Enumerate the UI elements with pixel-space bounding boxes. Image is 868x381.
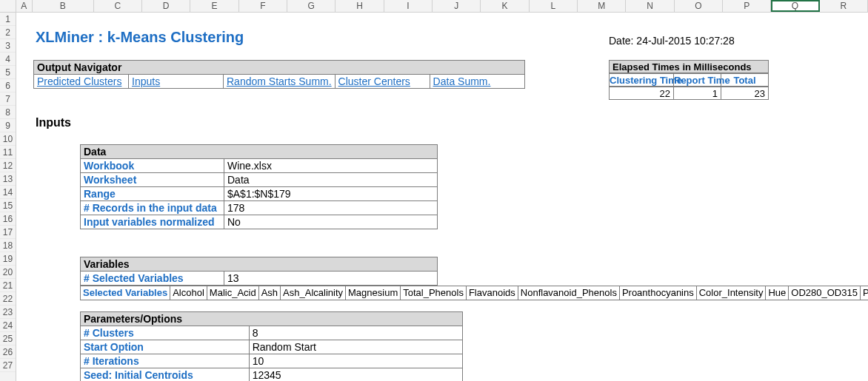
var-od280: OD280_OD315 [789,286,861,300]
row-header-5[interactable]: 5 [0,66,16,79]
nav-link-cluster-centers[interactable]: Cluster Centers [338,75,410,87]
parameters-table: Parameters/Options # Clusters8 Start Opt… [80,311,463,381]
row-header-8[interactable]: 8 [0,106,16,119]
column-header-B[interactable]: B [33,0,94,12]
corner-cell [0,0,16,12]
param-label-iterations: # Iterations [84,355,139,367]
var-nonflavanoid: Nonflavanoid_Phenols [518,286,619,300]
column-header-M[interactable]: M [578,0,626,12]
column-header-E[interactable]: E [190,0,238,12]
column-header-G[interactable]: G [287,0,335,12]
column-header-R[interactable]: R [820,0,868,12]
nav-link-random-starts[interactable]: Random Starts Summ. [227,75,332,87]
selected-variables-label: Selected Variables [83,287,167,298]
column-header-O[interactable]: O [675,0,723,12]
sheet-grid[interactable]: XLMiner : k-Means Clustering Date: 24-Ju… [16,13,868,381]
row-header-25[interactable]: 25 [0,332,16,345]
column-header-Q[interactable]: Q [771,0,819,12]
nav-link-data-summ[interactable]: Data Summ. [433,75,491,87]
elapsed-col-clustering: Clustering Time [609,73,674,87]
var-proline: Proline [860,286,868,300]
column-header-L[interactable]: L [530,0,578,12]
row-header-16[interactable]: 16 [0,212,16,226]
elapsed-header: Elapsed Times in Milliseconds [609,60,769,73]
page-title: XLMiner : k-Means Clustering [36,29,244,46]
row-header-10[interactable]: 10 [0,132,16,146]
elapsed-val-report: 1 [674,87,721,100]
data-value-range: $A$1:$N$179 [224,187,438,201]
row-header-19[interactable]: 19 [0,252,16,266]
row-header-11[interactable]: 11 [0,146,16,159]
date-text: Date: 24-Jul-2015 10:27:28 [609,35,735,47]
data-table-header: Data [81,145,438,159]
column-header-N[interactable]: N [626,0,674,12]
column-header-A[interactable]: A [16,0,33,12]
column-header-H[interactable]: H [335,0,384,12]
row-header-1[interactable]: 1 [0,13,16,26]
variables-label-selected-count: # Selected Variables [84,272,184,284]
var-color-intensity: Color_Intensity [696,286,766,300]
data-label-normalized: Input variables normalized [84,216,215,228]
param-label-clusters: # Clusters [84,327,134,339]
column-header-P[interactable]: P [723,0,771,12]
nav-link-predicted-clusters[interactable]: Predicted Clusters [37,75,121,87]
row-header-21[interactable]: 21 [0,279,16,292]
variables-value-selected-count: 13 [224,272,438,286]
row-header-bar: 1234567891011121314151617181920212223242… [0,13,16,381]
row-header-7[interactable]: 7 [0,92,16,106]
row-header-20[interactable]: 20 [0,266,16,279]
var-malic-acid: Malic_Acid [207,286,258,300]
row-header-12[interactable]: 12 [0,159,16,172]
row-header-26[interactable]: 26 [0,345,16,359]
column-header-I[interactable]: I [384,0,433,12]
var-hue: Hue [766,286,789,300]
row-header-3[interactable]: 3 [0,39,16,53]
data-label-workbook: Workbook [84,160,134,172]
data-value-worksheet: Data [224,173,438,187]
data-value-records: 178 [224,201,438,215]
column-header-K[interactable]: K [481,0,529,12]
elapsed-col-report: Report Time [674,73,721,87]
row-header-22[interactable]: 22 [0,292,16,306]
data-label-records: # Records in the input data [84,202,217,214]
elapsed-times-table: Elapsed Times in Milliseconds Clustering… [609,60,769,100]
param-value-start: Random Start [249,340,462,354]
row-header-27[interactable]: 27 [0,359,16,372]
param-value-clusters: 8 [249,326,462,340]
column-header-F[interactable]: F [239,0,287,12]
output-navigator-header: Output Navigator [34,61,525,75]
row-header-18[interactable]: 18 [0,239,16,252]
row-header-2[interactable]: 2 [0,26,16,39]
data-value-normalized: No [224,215,438,229]
elapsed-val-clustering: 22 [609,87,674,100]
column-header-D[interactable]: D [142,0,190,12]
column-header-J[interactable]: J [433,0,481,12]
data-table: Data WorkbookWine.xlsx WorksheetData Ran… [80,144,438,229]
param-value-iterations: 10 [249,354,462,368]
row-header-9[interactable]: 9 [0,119,16,132]
var-ash-alcalinity: Ash_Alcalinity [281,286,346,300]
column-header-C[interactable]: C [94,0,142,12]
nav-link-inputs[interactable]: Inputs [132,75,160,87]
row-header-13[interactable]: 13 [0,172,16,186]
data-label-worksheet: Worksheet [84,174,136,186]
row-header-6[interactable]: 6 [0,79,16,92]
variables-table: Variables # Selected Variables13 [80,257,438,286]
var-magnesium: Magnesium [346,286,401,300]
param-label-start: Start Option [84,341,144,353]
row-header-4[interactable]: 4 [0,53,16,66]
variables-table-header: Variables [81,257,438,272]
data-value-workbook: Wine.xlsx [224,159,438,173]
parameters-table-header: Parameters/Options [81,312,463,326]
row-header-14[interactable]: 14 [0,186,16,199]
param-value-seed: 12345 [249,368,462,382]
row-header-17[interactable]: 17 [0,226,16,239]
elapsed-col-total: Total [721,73,769,87]
row-header-24[interactable]: 24 [0,319,16,332]
param-label-seed: Seed: Initial Centroids [84,369,193,381]
row-header-23[interactable]: 23 [0,306,16,319]
row-header-15[interactable]: 15 [0,199,16,212]
var-total-phenols: Total_Phenols [401,286,467,300]
selected-variables-row: Selected Variables Alcohol Malic_Acid As… [80,286,868,300]
output-navigator-table: Output Navigator Predicted Clusters Inpu… [33,60,525,89]
